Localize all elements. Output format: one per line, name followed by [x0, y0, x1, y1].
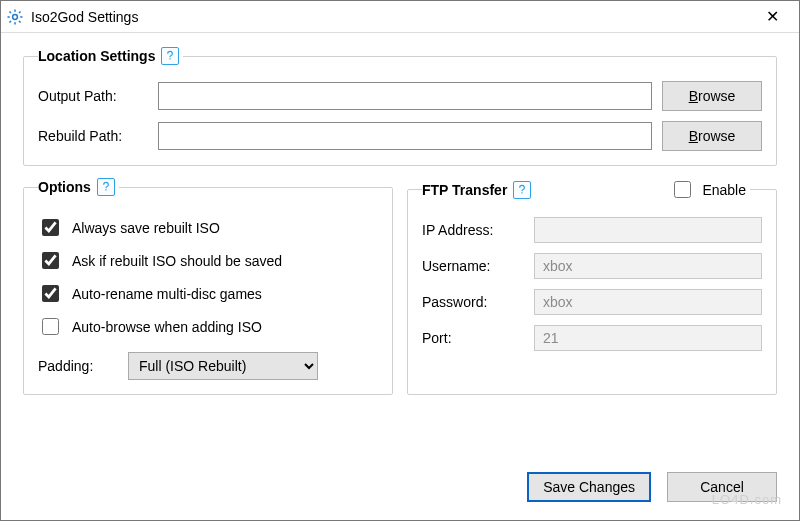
- ftp-pass-row: Password:: [422, 289, 762, 315]
- svg-point-0: [13, 14, 18, 19]
- options-group: Options Always save rebuilt ISO Ask if r…: [23, 178, 393, 395]
- always-save-checkbox[interactable]: [42, 219, 59, 236]
- ftp-pass-label: Password:: [422, 294, 524, 310]
- output-path-row: Output Path: Browse: [38, 81, 762, 111]
- always-save-label: Always save rebuilt ISO: [72, 220, 220, 236]
- settings-window: Iso2God Settings ✕ Location Settings Out…: [0, 0, 800, 521]
- ask-save-row[interactable]: Ask if rebuilt ISO should be saved: [38, 249, 378, 272]
- padding-row: Padding: Full (ISO Rebuilt): [38, 352, 378, 380]
- ftp-group: FTP Transfer Enable IP Address: Username…: [407, 178, 777, 395]
- options-legend: Options: [38, 178, 119, 196]
- auto-rename-checkbox[interactable]: [42, 285, 59, 302]
- output-path-input[interactable]: [158, 82, 652, 110]
- output-browse-button[interactable]: Browse: [662, 81, 762, 111]
- ftp-enable-wrap[interactable]: Enable: [670, 178, 746, 201]
- columns: Options Always save rebuilt ISO Ask if r…: [23, 178, 777, 395]
- padding-select[interactable]: Full (ISO Rebuilt): [128, 352, 318, 380]
- ftp-enable-label: Enable: [702, 182, 746, 198]
- ftp-ip-input: [534, 217, 762, 243]
- ftp-legend: FTP Transfer Enable: [422, 178, 750, 201]
- browse-mnemonic: B: [689, 88, 698, 104]
- auto-rename-label: Auto-rename multi-disc games: [72, 286, 262, 302]
- auto-browse-row[interactable]: Auto-browse when adding ISO: [38, 315, 378, 338]
- always-save-row[interactable]: Always save rebuilt ISO: [38, 216, 378, 239]
- ftp-user-label: Username:: [422, 258, 524, 274]
- ask-save-label: Ask if rebuilt ISO should be saved: [72, 253, 282, 269]
- location-settings-legend: Location Settings: [38, 47, 183, 65]
- location-settings-group: Location Settings Output Path: Browse Re…: [23, 47, 777, 166]
- auto-rename-row[interactable]: Auto-rename multi-disc games: [38, 282, 378, 305]
- output-path-label: Output Path:: [38, 88, 148, 104]
- gear-icon: [5, 7, 25, 27]
- location-settings-legend-text: Location Settings: [38, 48, 155, 64]
- cancel-button[interactable]: Cancel: [667, 472, 777, 502]
- browse-mnemonic-2: B: [689, 128, 698, 144]
- footer: Save Changes Cancel: [1, 472, 799, 520]
- help-icon[interactable]: [513, 181, 531, 199]
- ftp-port-input: [534, 325, 762, 351]
- rebuild-path-label: Rebuild Path:: [38, 128, 148, 144]
- ask-save-checkbox[interactable]: [42, 252, 59, 269]
- ftp-port-row: Port:: [422, 325, 762, 351]
- close-button[interactable]: ✕: [749, 1, 795, 32]
- window-title: Iso2God Settings: [31, 9, 138, 25]
- padding-label: Padding:: [38, 358, 118, 374]
- rebuild-browse-button[interactable]: Browse: [662, 121, 762, 151]
- ftp-legend-text: FTP Transfer: [422, 182, 507, 198]
- ftp-port-label: Port:: [422, 330, 524, 346]
- auto-browse-checkbox[interactable]: [42, 318, 59, 335]
- auto-browse-label: Auto-browse when adding ISO: [72, 319, 262, 335]
- ftp-user-row: Username:: [422, 253, 762, 279]
- ftp-ip-label: IP Address:: [422, 222, 524, 238]
- help-icon[interactable]: [97, 178, 115, 196]
- ftp-ip-row: IP Address:: [422, 217, 762, 243]
- ftp-enable-checkbox[interactable]: [674, 181, 691, 198]
- help-icon[interactable]: [161, 47, 179, 65]
- content-area: Location Settings Output Path: Browse Re…: [1, 33, 799, 472]
- save-changes-button[interactable]: Save Changes: [527, 472, 651, 502]
- rebuild-path-row: Rebuild Path: Browse: [38, 121, 762, 151]
- options-legend-text: Options: [38, 179, 91, 195]
- ftp-user-input: [534, 253, 762, 279]
- rebuild-path-input[interactable]: [158, 122, 652, 150]
- titlebar: Iso2God Settings ✕: [1, 1, 799, 33]
- ftp-pass-input: [534, 289, 762, 315]
